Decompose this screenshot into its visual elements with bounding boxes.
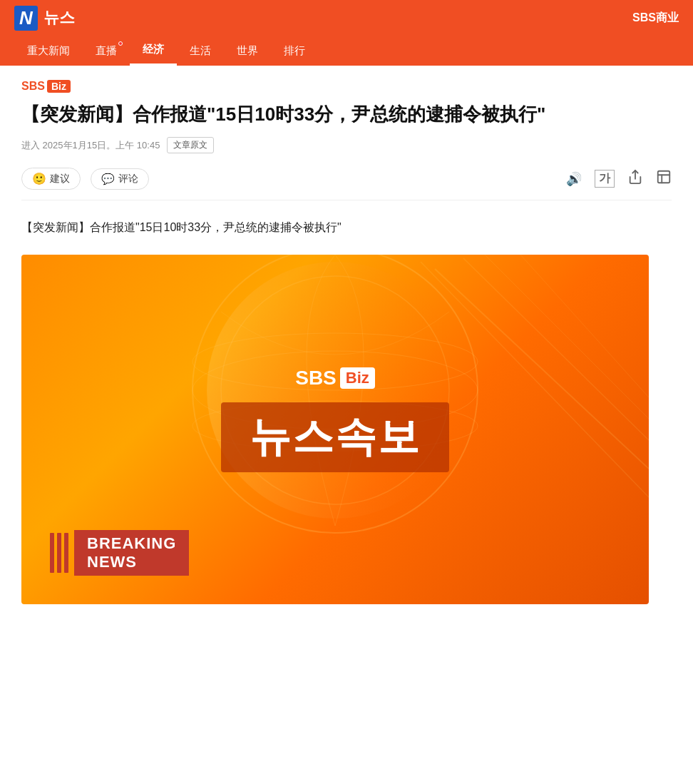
action-right-group: 🔊 가 [566,169,672,188]
svg-point-12 [207,262,463,519]
logo-n-icon: N [14,6,38,31]
svg-line-8 [421,262,649,497]
font-size-icon[interactable]: 가 [595,170,615,188]
nav-label: 世界 [237,44,258,58]
suggest-label: 建议 [50,173,70,185]
nav-bar: 重大新闻 直播 经济 生活 世界 排行 [0,36,693,66]
article-title: 【突发新闻】合作报道"15日10时33分，尹总统的逮捕令被执行" [21,101,672,127]
nav-item-live[interactable]: 直播 [83,36,130,66]
biz-badge-text: Biz [47,80,71,93]
content-area: SBS Biz 【突发新闻】合作报道"15日10时33分，尹总统的逮捕令被执行"… [0,66,693,618]
nav-item-breaking[interactable]: 重大新闻 [14,36,83,66]
nav-label: 生活 [190,44,211,58]
breaking-news-banner: BREAKING NEWS [50,530,189,576]
live-dot-icon [118,41,123,46]
stripe-3 [64,533,68,573]
svg-point-2 [192,255,478,533]
svg-line-10 [485,255,649,419]
nav-item-economy[interactable]: 经济 [130,36,177,66]
breaking-line1: BREAKING [87,534,176,553]
comment-icon: 💬 [101,173,115,185]
logo-area: N 뉴스 [14,6,75,31]
share-icon[interactable] [627,169,643,188]
date-line: 进入 2025年1月15日。上午 10:45 文章原文 [21,137,672,153]
nav-label: 经济 [143,43,164,56]
nav-item-world[interactable]: 世界 [224,36,271,66]
korean-breaking-title: 뉴스속보 [221,402,449,472]
image-sbs-text: SBS [295,367,337,390]
breaking-line2: NEWS [87,553,176,571]
stripe-1 [50,533,54,573]
sound-icon[interactable]: 🔊 [566,171,582,187]
original-article-button[interactable]: 文章原文 [167,137,214,153]
logo-news-text: 뉴스 [43,7,75,29]
smile-icon: 🙂 [32,172,46,185]
nav-item-rank[interactable]: 排行 [271,36,318,66]
nav-label: 排行 [284,44,305,58]
action-left-group: 🙂 建议 💬 评论 [21,168,149,190]
sbs-biz-badge: SBS Biz [21,80,672,93]
image-biz-badge: Biz [340,367,375,389]
breaking-news-image: SBS Biz 뉴스속보 BREAKING NEWS [21,255,649,604]
svg-line-11 [520,255,649,397]
breaking-stripes-icon [50,530,68,576]
nav-label: 直播 [96,44,117,58]
suggest-button[interactable]: 🙂 建议 [21,168,81,190]
comment-button[interactable]: 💬 评论 [91,168,149,190]
stripe-2 [57,533,61,573]
svg-line-7 [435,269,649,469]
sbs-text: SBS [21,80,45,93]
breaking-text-block: BREAKING NEWS [74,530,189,576]
action-row: 🙂 建议 💬 评论 🔊 가 [21,168,672,200]
nav-label: 重大新闻 [27,44,70,58]
article-body-text: 【突发新闻】合作报道"15日10时33分，尹总统的逮捕令被执行" [21,218,672,237]
header-right-text: SBS商业 [632,11,679,26]
svg-line-9 [463,258,649,440]
article-date: 进入 2025年1月15日。上午 10:45 [21,139,160,152]
save-icon[interactable] [656,169,672,188]
svg-rect-1 [658,171,670,183]
comment-label: 评论 [118,173,138,185]
top-header: N 뉴스 SBS商业 [0,0,693,36]
image-sbs-biz-logo: SBS Biz [295,367,375,390]
nav-item-life[interactable]: 生活 [177,36,224,66]
